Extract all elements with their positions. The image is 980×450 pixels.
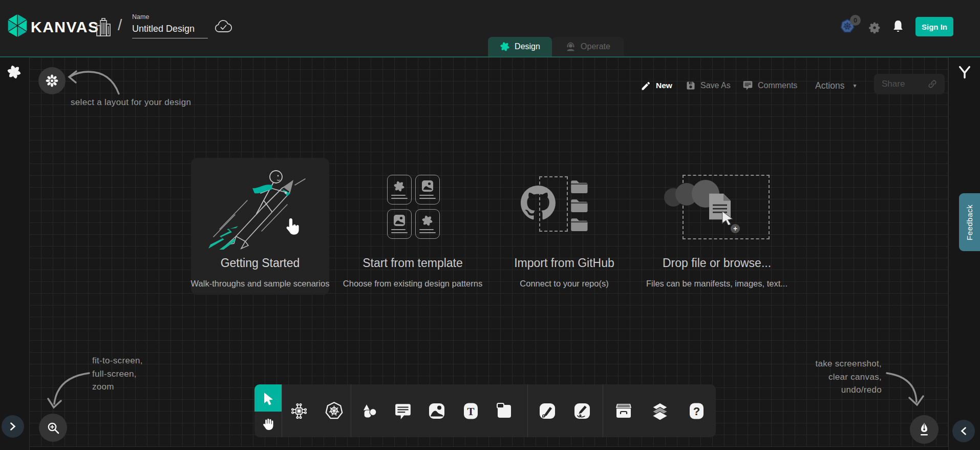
zoom-hint-arrow (47, 368, 92, 411)
dock-group-draw (528, 384, 603, 437)
layout-selector-button[interactable] (38, 67, 66, 94)
comment-tool-button[interactable] (393, 401, 413, 421)
sketch-tool-button[interactable] (572, 401, 592, 421)
cursor-select-icon (262, 391, 275, 405)
feedback-tab[interactable]: Feedback (959, 193, 980, 251)
pencil-icon (641, 80, 651, 91)
tab-design-label: Design (515, 42, 540, 51)
select-tool-button[interactable] (254, 384, 282, 412)
breadcrumb-separator: / (118, 16, 122, 34)
notifications-bell-icon[interactable] (892, 19, 904, 34)
shapes-icon (360, 402, 378, 420)
svg-text:T: T (467, 405, 474, 417)
layout-hint-text: select a layout for your design (71, 96, 191, 109)
organization-icon[interactable] (95, 17, 112, 37)
tab-operate[interactable]: Operate (552, 37, 624, 56)
spiral-icon (421, 215, 433, 227)
cursor-arrow-icon (721, 211, 735, 225)
pen-nib-icon (917, 422, 931, 437)
drop-file-art: + (648, 163, 786, 250)
template-art (344, 163, 482, 250)
link-icon (928, 79, 937, 89)
kanvas-logo-icon[interactable] (7, 13, 28, 38)
note-icon (495, 402, 514, 420)
meshery-spiral-icon[interactable] (7, 65, 22, 79)
drawer-icon (614, 402, 633, 420)
cloud-saved-icon (215, 19, 232, 33)
card-title: Drop file or browse... (663, 256, 771, 270)
card-title: Import from GitHub (514, 256, 614, 270)
help-icon: ? (688, 402, 706, 420)
github-octocat-icon (521, 186, 556, 220)
pencil-sketch-icon (573, 402, 591, 420)
save-as-label: Save As (700, 81, 731, 90)
component-tool-button[interactable] (289, 401, 309, 421)
brand-wordmark: KANVAS (31, 18, 99, 36)
card-title: Getting Started (221, 256, 300, 270)
repo-folders (570, 179, 588, 231)
image-icon (421, 180, 434, 192)
svg-text:?: ? (693, 405, 699, 418)
kubernetes-icon (325, 401, 344, 420)
card-start-from-template[interactable]: Start from template Choose from existing… (344, 158, 482, 295)
mode-tabs: Design Operate (488, 37, 624, 56)
settings-gear-icon[interactable] (868, 21, 881, 34)
zoom-hint-text: fit-to-screen, full-screen, zoom (92, 354, 143, 394)
share-label: Share (882, 79, 905, 89)
card-subtitle: Files can be manifests, images, text... (646, 279, 787, 289)
template-tile (415, 209, 440, 239)
design-name-input[interactable] (132, 24, 208, 38)
layers-tool-button[interactable] (650, 401, 670, 421)
save-as-button[interactable]: Save As (686, 79, 731, 92)
tools-dock: T (254, 384, 716, 437)
design-spiral-icon (500, 42, 510, 52)
share-button[interactable]: Share (874, 74, 945, 94)
getting-started-art (191, 163, 329, 250)
expand-right-panel-button[interactable] (952, 420, 975, 442)
pen-tool-button[interactable] (538, 401, 557, 421)
y-panel-icon[interactable] (957, 65, 972, 79)
card-subtitle: Choose from existing design patterns (343, 279, 482, 289)
card-getting-started[interactable]: Getting Started Walk-throughs and sample… (191, 158, 329, 295)
zoom-in-icon (47, 421, 60, 435)
app-header: KANVAS / Name 0 (0, 0, 980, 56)
help-tool-button[interactable]: ? (687, 401, 706, 421)
new-design-button[interactable]: New (641, 79, 672, 92)
canvas-actions-hint-text: take screenshot, clear canvas, undo/redo (815, 357, 882, 397)
kubernetes-context-count: 0 (850, 15, 861, 26)
bottom-edge (0, 447, 980, 450)
kubernetes-context-button[interactable]: 0 (840, 18, 856, 34)
save-icon (686, 80, 696, 91)
layout-flower-icon (45, 74, 59, 88)
note-tool-button[interactable] (495, 401, 514, 421)
expand-left-panel-button[interactable] (2, 415, 24, 438)
layout-hint-arrow (66, 66, 122, 97)
dock-group-manage: ? (603, 384, 716, 437)
kubernetes-tool-button[interactable] (324, 401, 344, 421)
image-icon (393, 214, 406, 227)
card-import-github[interactable]: Import from GitHub Connect to your repo(… (495, 158, 633, 295)
template-tile (387, 209, 412, 239)
shapes-tool-button[interactable] (359, 401, 379, 421)
folder-icon (570, 179, 588, 193)
pan-tool-button[interactable] (254, 412, 282, 437)
text-icon: T (462, 402, 480, 420)
sign-in-button[interactable]: Sign In (915, 17, 953, 36)
dock-group-content: T (351, 384, 527, 437)
chevron-right-icon (9, 422, 16, 431)
text-tool-button[interactable]: T (461, 401, 480, 421)
right-panel-collapsed (948, 57, 980, 450)
canvas-actions-button[interactable] (910, 415, 939, 444)
comments-label: Comments (758, 81, 797, 90)
component-icon (290, 402, 308, 420)
tab-design[interactable]: Design (488, 37, 552, 56)
design-name-label: Name (132, 13, 149, 21)
folder-icon (570, 198, 588, 212)
drawer-tool-button[interactable] (614, 401, 633, 421)
comments-button[interactable]: Comments (742, 79, 797, 92)
card-drop-file[interactable]: + Drop file or browse... Files can be ma… (648, 158, 786, 295)
zoom-controls-button[interactable] (39, 414, 67, 442)
actions-dropdown[interactable]: Actions ▾ (815, 79, 856, 92)
hand-cursor-icon (284, 217, 300, 237)
image-tool-button[interactable] (427, 401, 446, 421)
